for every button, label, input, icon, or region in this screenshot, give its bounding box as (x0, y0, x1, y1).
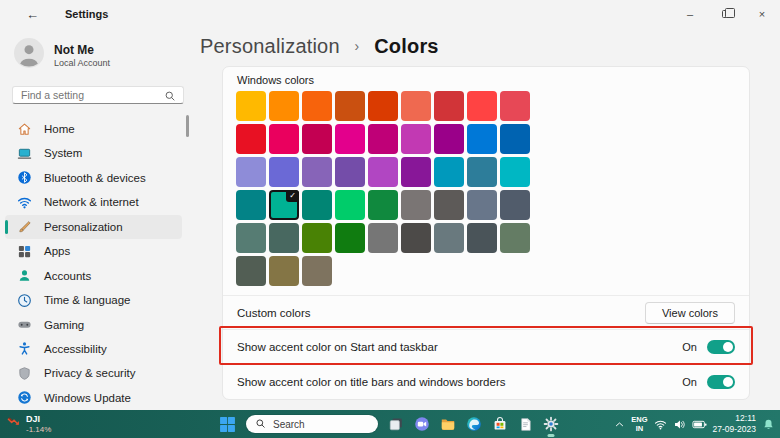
sidebar-item-accessibility[interactable]: Accessibility (5, 337, 182, 361)
chat-icon[interactable] (414, 410, 430, 438)
sidebar-item-label: Bluetooth & devices (44, 172, 146, 184)
color-swatch-rose[interactable] (302, 124, 332, 154)
window-controls: – × (672, 0, 780, 28)
volume-icon[interactable] (673, 418, 686, 431)
task-view-icon[interactable] (388, 410, 404, 438)
toggle-switch-show-accent-color-on-start-and-taskbar[interactable] (707, 340, 735, 354)
clock[interactable]: 12:11 27-09-2023 (713, 413, 756, 434)
start-button[interactable] (219, 410, 236, 438)
color-swatch-cool-blue-bright[interactable] (434, 157, 464, 187)
tray-date: 27-09-2023 (713, 424, 756, 435)
sidebar-item-personalization[interactable]: Personalization (5, 215, 182, 239)
color-swatch-gray-brown[interactable] (434, 190, 464, 220)
color-swatch-sport-green[interactable] (368, 190, 398, 220)
color-swatch-mod-red[interactable] (467, 91, 497, 121)
breadcrumb-parent[interactable]: Personalization (200, 35, 340, 57)
edge-icon[interactable] (466, 410, 482, 438)
color-swatch-pale-moss[interactable] (236, 223, 266, 253)
color-swatch-violet-red-light[interactable] (368, 157, 398, 187)
color-swatch-brick-red[interactable] (434, 91, 464, 121)
view-colors-button[interactable]: View colors (645, 302, 735, 324)
color-swatch-blue-gray[interactable] (434, 223, 464, 253)
color-swatch-sage[interactable] (236, 256, 266, 286)
sidebar-item-home[interactable]: Home (5, 117, 182, 141)
color-swatch-pale-red[interactable] (500, 91, 530, 121)
color-swatch-orange-dark[interactable] (335, 91, 365, 121)
color-swatch-seafoam[interactable] (500, 157, 530, 187)
widgets-button[interactable]: DJI -1.14% (7, 410, 51, 438)
color-swatch-turf-green[interactable] (335, 190, 365, 220)
color-swatch-camouflage[interactable] (302, 256, 332, 286)
color-swatch-red[interactable] (236, 124, 266, 154)
user-account[interactable]: Not Me Local Account (14, 38, 190, 72)
color-swatch-seafoam-teal[interactable] (236, 190, 266, 220)
color-swatch-mint-light[interactable]: ✓ (269, 190, 299, 220)
color-swatch-purple-shadow[interactable] (236, 157, 266, 187)
sidebar-item-windows-update[interactable]: Windows Update (5, 386, 182, 410)
sidebar-item-network-internet[interactable]: Network & internet (5, 190, 182, 214)
restore-button[interactable] (708, 0, 744, 28)
color-swatch-meadow-green[interactable] (302, 223, 332, 253)
sidebar-item-gaming[interactable]: Gaming (5, 313, 182, 337)
sidebar-item-apps[interactable]: Apps (5, 239, 182, 263)
widget-change: -1.14% (26, 425, 51, 434)
taskbar-search[interactable]: Search (246, 415, 378, 433)
back-icon[interactable]: ← (26, 7, 39, 22)
taskbar-apps (388, 410, 559, 438)
color-swatch-storm[interactable] (401, 223, 431, 253)
store-icon[interactable] (492, 410, 508, 438)
sidebar-item-system[interactable]: System (5, 141, 182, 165)
color-swatch-plum[interactable] (368, 124, 398, 154)
chevron-up-icon[interactable] (614, 419, 625, 430)
color-swatch-orchid[interactable] (434, 124, 464, 154)
color-swatch-default-blue[interactable] (467, 124, 497, 154)
tray-time: 12:11 (713, 413, 756, 424)
sidebar-item-accounts[interactable]: Accounts (5, 264, 182, 288)
color-swatch-camouflage-desert[interactable] (269, 256, 299, 286)
color-swatch-orchid-light[interactable] (401, 124, 431, 154)
sidebar-nav: HomeSystemBluetooth & devicesNetwork & i… (0, 117, 190, 410)
color-swatch-gray[interactable] (401, 190, 431, 220)
color-swatch-gold[interactable] (269, 91, 299, 121)
color-swatch-steel-blue[interactable] (467, 190, 497, 220)
settings-icon[interactable] (543, 410, 559, 438)
sidebar-item-time-language[interactable]: Time & language (5, 288, 182, 312)
file-explorer-icon[interactable] (440, 410, 456, 438)
language-indicator[interactable]: ENG IN (631, 415, 647, 433)
color-swatch-rust[interactable] (368, 91, 398, 121)
toggle-switch-show-accent-color-on-title-bars-and-windows-borders[interactable] (707, 375, 735, 389)
time-language-icon (16, 292, 32, 308)
battery-icon[interactable] (692, 417, 707, 432)
sidebar-scrollbar[interactable] (186, 115, 189, 137)
color-swatch-metal-blue[interactable] (500, 190, 530, 220)
windows-colors-grid: ✓ (236, 91, 749, 286)
color-swatch-orange-bright[interactable] (302, 91, 332, 121)
color-swatch-pale-rust[interactable] (401, 91, 431, 121)
avatar (14, 38, 44, 72)
wifi-icon[interactable] (654, 418, 667, 431)
color-swatch-iris-pastel[interactable] (302, 157, 332, 187)
network-icon (16, 194, 32, 210)
color-swatch-gray-dark[interactable] (467, 223, 497, 253)
color-swatch-yellow-gold[interactable] (236, 91, 266, 121)
sidebar-item-privacy-security[interactable]: Privacy & security (5, 361, 182, 385)
color-swatch-iris-spring[interactable] (335, 157, 365, 187)
color-swatch-mint-dark[interactable] (302, 190, 332, 220)
color-swatch-navy-blue[interactable] (500, 124, 530, 154)
minimize-button[interactable]: – (672, 0, 708, 28)
close-button[interactable]: × (744, 0, 780, 28)
color-swatch-cool-blue[interactable] (467, 157, 497, 187)
color-swatch-rose-bright[interactable] (269, 124, 299, 154)
color-swatch-violet-red[interactable] (401, 157, 431, 187)
color-swatch-liddy-green[interactable] (500, 223, 530, 253)
color-swatch-overcast[interactable] (368, 223, 398, 253)
sidebar-item-bluetooth-devices[interactable]: Bluetooth & devices (5, 166, 182, 190)
color-swatch-moss[interactable] (269, 223, 299, 253)
setting-label: Show accent color on title bars and wind… (237, 376, 505, 388)
notepad-icon[interactable] (518, 410, 533, 438)
search-input[interactable] (12, 86, 184, 104)
color-swatch-purple-shadow-dark[interactable] (269, 157, 299, 187)
color-swatch-green[interactable] (335, 223, 365, 253)
color-swatch-plum-light[interactable] (335, 124, 365, 154)
notification-bell-icon[interactable] (762, 418, 775, 431)
